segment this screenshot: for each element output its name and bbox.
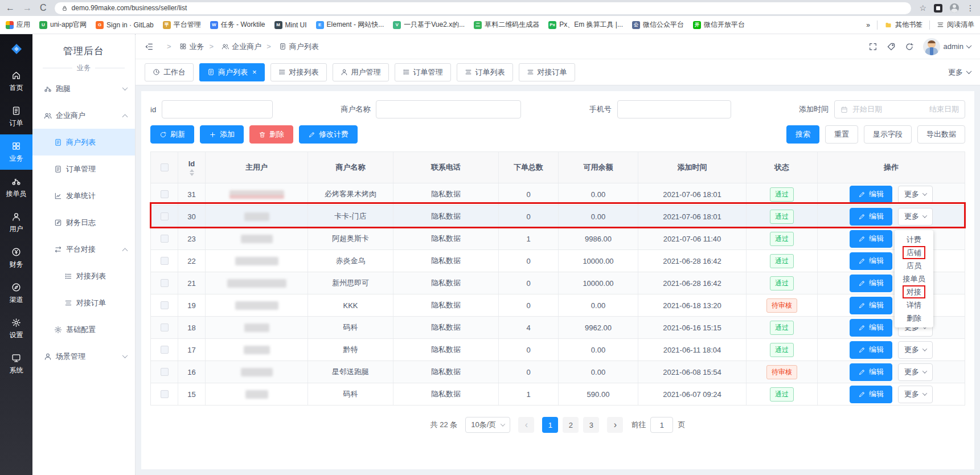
next-page-button[interactable]: › — [607, 417, 623, 433]
page-number-button[interactable]: 1 — [542, 417, 558, 433]
select-all-checkbox[interactable] — [161, 163, 169, 171]
page-tab[interactable]: 工作台 × — [145, 63, 194, 81]
page-tab[interactable]: 对接列表 × — [270, 63, 327, 81]
prev-page-button[interactable]: ‹ — [518, 417, 534, 433]
bookmark-item[interactable]: V 一只基于Vue2.x的... — [393, 20, 465, 30]
edit-button[interactable]: 编辑 — [850, 319, 892, 337]
sidebar-menu-item[interactable]: 发单统计 — [32, 182, 135, 209]
dropdown-menu-item[interactable]: 对接 — [895, 285, 933, 298]
sidebar-menu-item[interactable]: 财务日志 — [32, 209, 135, 236]
rail-nav-item[interactable]: 用户 — [0, 205, 32, 240]
toolbar-query-button[interactable]: 显示字段 — [864, 125, 912, 144]
dropdown-menu-item[interactable]: 计费 — [895, 233, 933, 246]
browser-profile-icon[interactable] — [950, 3, 959, 13]
page-tab[interactable]: 订单列表 × — [457, 63, 513, 81]
toolbar-action-button[interactable]: 删除 — [249, 125, 293, 144]
rail-nav-item[interactable]: 系统 — [0, 346, 32, 382]
bookmark-item[interactable]: 应用 — [6, 20, 30, 30]
dropdown-menu-item[interactable]: 店铺 — [895, 246, 933, 259]
edit-button[interactable]: 编辑 — [850, 275, 892, 292]
dropdown-menu-item[interactable]: 删除 — [895, 312, 933, 325]
edit-button[interactable]: 编辑 — [850, 297, 892, 314]
other-bookmarks[interactable]: 其他书签 — [884, 20, 922, 30]
page-tab[interactable]: 用户管理 × — [333, 63, 389, 81]
bookmark-item[interactable]: 平 平台管理 — [163, 20, 201, 30]
sidebar-menu-item[interactable]: 对接列表 — [32, 263, 135, 289]
row-checkbox[interactable] — [161, 190, 169, 198]
extension-icon[interactable] — [934, 4, 942, 13]
app-logo[interactable] — [0, 34, 32, 64]
edit-button[interactable]: 编辑 — [850, 230, 892, 248]
page-tab[interactable]: 对接订单 × — [519, 63, 575, 81]
goto-page-input[interactable] — [650, 417, 673, 433]
more-button[interactable]: 更多 — [898, 363, 933, 381]
sidebar-menu-item[interactable]: 对接订单 — [32, 289, 135, 316]
page-tab[interactable]: 商户列表 × — [199, 63, 265, 81]
filter-id-input[interactable] — [162, 100, 273, 118]
bookmark-item[interactable]: W 任务 - Worktile — [210, 20, 265, 30]
page-number-button[interactable]: 2 — [563, 417, 579, 433]
page-number-button[interactable]: 3 — [583, 417, 599, 433]
toolbar-action-button[interactable]: 修改计费 — [299, 125, 358, 144]
tabs-more-button[interactable]: 更多 — [948, 67, 971, 77]
more-button[interactable]: 更多 — [898, 386, 933, 403]
breadcrumb-item[interactable]: 商户列表 — [261, 42, 319, 52]
menu-fold-icon[interactable] — [145, 42, 154, 51]
bookmark-item[interactable]: G Sign in · GitLab — [96, 21, 154, 29]
bookmarks-overflow-chevron[interactable]: » — [866, 21, 870, 29]
theme-icon[interactable] — [887, 42, 896, 51]
forward-button[interactable]: → — [23, 3, 32, 13]
fullscreen-icon[interactable] — [868, 42, 878, 51]
browser-menu-icon[interactable]: ⋮ — [966, 3, 974, 13]
rail-nav-item[interactable]: 设置 — [0, 311, 32, 346]
more-button[interactable]: 更多 — [898, 341, 933, 359]
row-checkbox[interactable] — [161, 346, 169, 354]
rail-nav-item[interactable]: 首页 — [0, 64, 32, 99]
refresh-icon[interactable] — [905, 42, 914, 51]
rail-nav-item[interactable]: 订单 — [0, 99, 32, 134]
toolbar-query-button[interactable]: 重置 — [825, 125, 858, 144]
row-checkbox[interactable] — [161, 235, 169, 243]
row-checkbox[interactable] — [161, 301, 169, 309]
row-checkbox[interactable] — [161, 324, 169, 331]
user-menu[interactable]: admin — [923, 38, 971, 55]
rail-nav-item[interactable]: 业务 — [0, 134, 32, 170]
edit-button[interactable]: 编辑 — [850, 208, 892, 226]
rail-nav-item[interactable]: 接单员 — [0, 170, 32, 205]
sidebar-menu-item[interactable]: 场景管理 — [32, 343, 135, 370]
filter-phone-input[interactable] — [617, 100, 731, 118]
reload-button[interactable]: C — [40, 3, 47, 13]
more-button[interactable]: 更多 — [898, 208, 933, 226]
filter-merchant-name-input[interactable] — [376, 100, 521, 118]
edit-button[interactable]: 编辑 — [850, 363, 892, 381]
row-checkbox[interactable] — [161, 212, 169, 220]
address-bar[interactable]: demo.99make.com/business/seller/list — [55, 2, 912, 14]
page-size-select[interactable]: 10条/页 — [465, 417, 510, 433]
bookmark-item[interactable]: E Element - 网站快... — [316, 20, 384, 30]
rail-nav-item[interactable]: 财务 — [0, 240, 32, 276]
rail-nav-item[interactable]: 渠道 — [0, 276, 32, 311]
edit-button[interactable]: 编辑 — [850, 252, 892, 270]
bookmark-item[interactable]: Px Px、Em 换算工具 |... — [548, 20, 623, 30]
breadcrumb-item[interactable]: 业务 — [162, 42, 204, 52]
row-checkbox[interactable] — [161, 279, 169, 287]
edit-button[interactable]: 编辑 — [850, 341, 892, 359]
dropdown-menu-item[interactable]: 接单员 — [895, 272, 933, 285]
dropdown-menu-item[interactable]: 详情 — [895, 298, 933, 312]
bookmark-item[interactable]: 开 微信开放平台 — [693, 20, 745, 30]
more-button[interactable]: 更多 — [898, 186, 933, 203]
row-checkbox[interactable] — [161, 257, 169, 265]
row-checkbox[interactable] — [161, 368, 169, 376]
sidebar-menu-item[interactable]: 商户列表 — [32, 129, 135, 155]
row-checkbox[interactable] — [161, 390, 169, 398]
sidebar-menu-item[interactable]: 基础配置 — [32, 316, 135, 343]
sort-control[interactable] — [190, 169, 194, 176]
toolbar-action-button[interactable]: 刷新 — [150, 125, 194, 144]
bookmark-item[interactable]: U uni-app官网 — [39, 20, 87, 30]
date-range-picker[interactable]: 开始日期 结束日期 — [834, 100, 965, 118]
sidebar-menu-item[interactable]: 订单管理 — [32, 155, 135, 182]
toolbar-query-button[interactable]: 导出数据 — [917, 125, 965, 144]
breadcrumb-item[interactable]: 企业商户 — [204, 42, 262, 52]
edit-button[interactable]: 编辑 — [850, 186, 892, 203]
sidebar-menu-item[interactable]: 企业商户 — [32, 102, 135, 129]
